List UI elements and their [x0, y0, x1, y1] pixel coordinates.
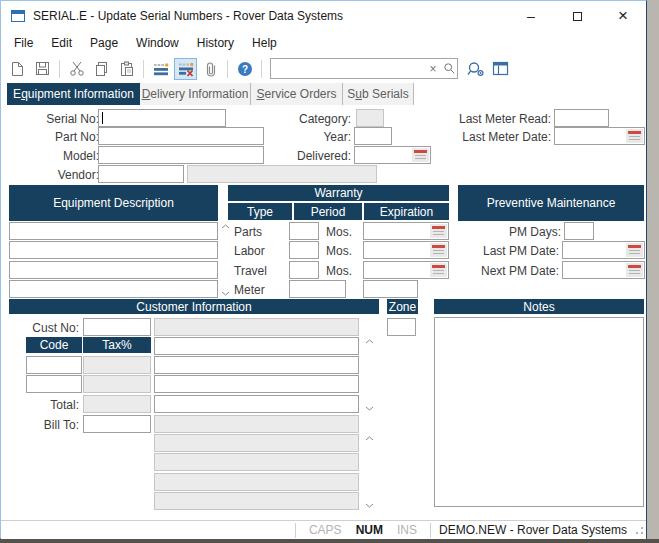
resize-grip[interactable] — [635, 526, 644, 535]
advanced-search-button[interactable] — [464, 58, 487, 80]
last-pm-date-input[interactable] — [562, 241, 645, 259]
customer-address-input[interactable] — [154, 395, 359, 413]
layout-view-button[interactable] — [489, 58, 512, 80]
vendor-name-display — [187, 165, 377, 183]
cust-no-input[interactable] — [83, 318, 151, 336]
bill-to-input[interactable] — [83, 415, 151, 433]
tab-service-orders[interactable]: Service Orders — [251, 83, 343, 105]
customer-scrollbar[interactable] — [363, 337, 376, 413]
tab-sub-serials[interactable]: Sub Serials — [343, 83, 414, 105]
equipment-description-scrollbar[interactable] — [219, 222, 232, 298]
records-grid-icon — [153, 61, 169, 77]
tax-code-input[interactable] — [26, 356, 82, 374]
menu-file[interactable]: File — [5, 32, 42, 54]
warranty-meter-expiration-input[interactable] — [363, 280, 418, 298]
warranty-meter-period-input[interactable] — [289, 280, 346, 298]
attachment-icon — [204, 61, 218, 77]
scroll-down-icon[interactable] — [365, 406, 374, 411]
bill-to-address-display — [154, 434, 359, 452]
new-document-icon — [10, 61, 25, 77]
scroll-up-icon[interactable] — [365, 436, 374, 441]
year-input[interactable] — [354, 127, 392, 145]
last-meter-read-input[interactable] — [554, 109, 609, 127]
warranty-parts-unit: Mos. — [326, 225, 352, 239]
next-pm-date-label: Next PM Date: — [431, 264, 559, 278]
next-pm-date-input[interactable] — [562, 261, 645, 279]
zone-input[interactable] — [387, 318, 416, 336]
calendar-icon[interactable] — [626, 263, 643, 277]
last-meter-date-label: Last Meter Date: — [441, 130, 551, 144]
copy-button[interactable] — [90, 58, 113, 80]
delivered-input[interactable] — [354, 146, 431, 164]
warranty-labor-period-input[interactable] — [289, 241, 319, 259]
help-button[interactable]: ? — [233, 58, 256, 80]
scroll-down-icon[interactable] — [221, 291, 230, 296]
tax-header: Tax% — [83, 337, 151, 353]
customer-address-input[interactable] — [154, 356, 359, 374]
menu-page[interactable]: Page — [81, 32, 127, 54]
tab-bar: Equipment Information Delivery Informati… — [7, 83, 414, 105]
tax-code-input[interactable] — [26, 375, 82, 393]
minimize-button[interactable]: – — [508, 1, 554, 31]
warranty-travel-period-input[interactable] — [289, 261, 319, 279]
close-button[interactable]: × — [600, 1, 646, 31]
text-caret — [102, 112, 103, 124]
preventive-maintenance-header: Preventive Maintenance — [458, 185, 644, 221]
scroll-up-icon[interactable] — [365, 339, 374, 344]
calendar-icon[interactable] — [626, 129, 643, 143]
cut-button[interactable] — [65, 58, 88, 80]
delete-record-button[interactable] — [174, 58, 197, 80]
serial-no-input[interactable] — [98, 109, 226, 127]
year-label: Year: — [251, 130, 351, 144]
menu-window[interactable]: Window — [127, 32, 188, 54]
paste-button[interactable] — [115, 58, 138, 80]
part-no-input[interactable] — [98, 127, 264, 145]
last-meter-date-input[interactable] — [554, 127, 645, 145]
search-icon[interactable] — [441, 61, 457, 77]
code-header: Code — [26, 337, 82, 353]
equipment-description-input[interactable] — [9, 222, 218, 240]
bill-to-address-display — [154, 492, 359, 510]
pm-days-input[interactable] — [564, 222, 594, 240]
search-input[interactable] — [271, 60, 425, 77]
menu-edit[interactable]: Edit — [42, 32, 81, 54]
calendar-icon[interactable] — [626, 243, 643, 257]
equipment-description-input[interactable] — [9, 261, 218, 279]
toolbar-separator — [143, 60, 144, 78]
attachment-button[interactable] — [199, 58, 222, 80]
maximize-button[interactable] — [554, 1, 600, 31]
delivered-label: Delivered: — [251, 149, 351, 163]
scroll-up-icon[interactable] — [221, 224, 230, 229]
equipment-description-header: Equipment Description — [9, 185, 218, 221]
model-input[interactable] — [98, 146, 264, 164]
bill-to-scrollbar[interactable] — [363, 434, 376, 510]
customer-address-input[interactable] — [154, 375, 359, 393]
notes-header: Notes — [434, 299, 644, 314]
serial-no-label: Serial No: — [11, 112, 99, 126]
total-label: Total: — [9, 398, 79, 412]
tab-equipment-information[interactable]: Equipment Information — [7, 83, 140, 105]
menu-history[interactable]: History — [188, 32, 243, 54]
equipment-description-input[interactable] — [9, 280, 218, 298]
calendar-icon[interactable] — [412, 148, 429, 162]
paste-icon — [119, 61, 135, 77]
new-document-button[interactable] — [6, 58, 29, 80]
bill-to-address-display — [154, 453, 359, 471]
status-separator — [295, 523, 296, 538]
warranty-labor-label: Labor — [234, 244, 265, 258]
menu-help[interactable]: Help — [243, 32, 286, 54]
vendor-input[interactable] — [98, 165, 184, 183]
cust-no-label: Cust No: — [9, 321, 79, 335]
scroll-down-icon[interactable] — [365, 503, 374, 508]
records-grid-button[interactable] — [149, 58, 172, 80]
customer-address-input[interactable] — [154, 337, 359, 355]
clear-search-icon[interactable]: × — [425, 61, 441, 77]
search-box: × — [270, 58, 458, 79]
part-no-label: Part No: — [11, 130, 99, 144]
delete-record-icon — [178, 61, 194, 77]
equipment-description-input[interactable] — [9, 241, 218, 259]
warranty-parts-period-input[interactable] — [289, 222, 319, 240]
save-button[interactable] — [31, 58, 54, 80]
notes-textarea[interactable] — [434, 317, 644, 507]
tab-delivery-information[interactable]: Delivery Information — [140, 83, 251, 105]
